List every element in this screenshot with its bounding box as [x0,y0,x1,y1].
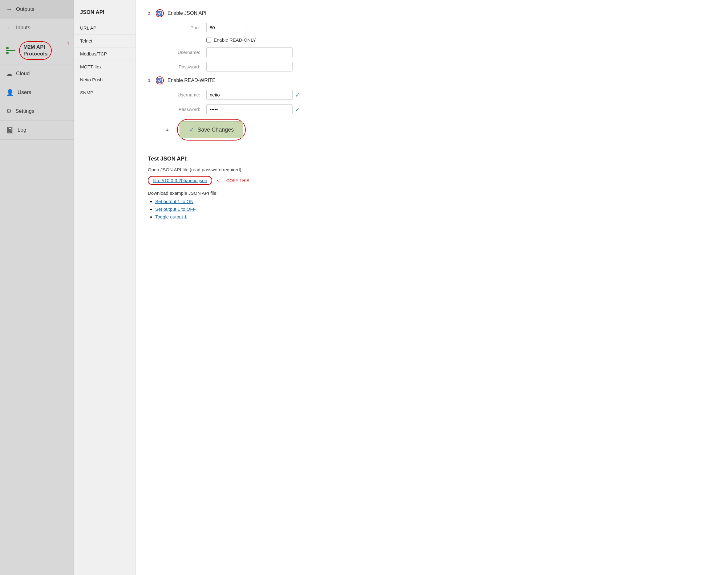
username-rw-row: Username: ✓ [166,90,716,100]
save-btn-row: 4 ✓ Save Changes [166,119,716,140]
sidebar-item-outputs[interactable]: → Outputs [0,0,74,19]
username-ro-label: Username: [166,49,206,55]
sidebar-item-log[interactable]: 📓 Log [0,121,74,140]
middle-panel-title: JSON API [74,6,135,22]
outputs-icon: → [6,5,12,13]
users-icon: 👤 [6,89,14,96]
sidebar-item-users[interactable]: 👤 Users [0,83,74,102]
enable-readwrite-label[interactable]: Enable READ-WRITE [168,78,216,83]
url-api-label: URL API [80,25,98,31]
api-url-circle: http://10.0.3.205/netio.json [148,176,212,185]
port-row: Port: [166,23,716,32]
enable-readonly-label[interactable]: Enable READ-ONLY [214,37,256,42]
settings-icon: ⚙ [6,107,12,115]
api-url-row: http://10.0.3.205/netio.json <—–COPY THI… [148,176,716,185]
copy-hint: <—–COPY THIS [217,178,249,183]
netio-push-label: Netio Push [80,77,103,82]
sidebar-item-users-label: Users [17,89,31,96]
open-file-text: Open JSON API file (read password requir… [148,167,241,172]
sidebar-item-cloud[interactable]: ☁ Cloud [0,64,74,83]
middle-item-mqtt[interactable]: MQTT-flex [74,60,135,73]
test-section-title: Test JSON API: [148,156,716,162]
middle-item-netio-push[interactable]: Netio Push [74,73,135,86]
middle-item-telnet[interactable]: Telnet [74,35,135,47]
middle-item-modbus[interactable]: Modbus/TCP [74,47,135,60]
password-rw-input[interactable] [206,104,293,114]
sidebar-item-settings-label: Settings [15,108,34,114]
password-rw-row: Password: ✓ [166,104,716,114]
sidebar-item-log-label: Log [17,127,26,133]
sidebar-item-m2m-label: M2M APIProtocols [24,44,47,57]
sidebar-item-settings[interactable]: ⚙ Settings [0,102,74,121]
username-rw-label: Username: [166,92,206,97]
enable-readonly-row: Enable READ-ONLY [166,37,716,42]
save-btn-circle: ✓ Save Changes [177,119,246,140]
enable-readonly-checkbox[interactable] [206,38,211,42]
sidebar-item-m2m[interactable]: M2M APIProtocols 1 [0,37,74,64]
save-checkmark-icon: ✓ [189,126,194,133]
download-list: Set output 1 to ON Set output 1 to OFF T… [148,199,716,219]
middle-item-snmp[interactable]: SNMP [74,86,135,99]
log-icon: 📓 [6,126,14,134]
modbus-label: Modbus/TCP [80,51,107,57]
sidebar-item-inputs[interactable]: ← Inputs [0,19,74,37]
save-changes-button[interactable]: ✓ Save Changes [180,122,243,138]
api-url-link[interactable]: http://10.0.3.205/netio.json [153,178,207,183]
password-ro-input[interactable] [206,62,293,71]
step2-number: 2 [148,11,152,16]
username-ro-row: Username: [166,47,716,57]
enable-json-api-checkbox[interactable] [157,11,162,16]
m2m-badge: 1 [67,41,69,46]
middle-item-url-api[interactable]: URL API [74,22,135,35]
open-file-row: Open JSON API file (read password requir… [148,167,716,172]
step3-number: 3 [148,78,152,83]
sidebar: → Outputs ← Inputs M2M APIProtocols 1 ☁ … [0,0,74,575]
inputs-icon: ← [6,24,12,31]
download-title: Download example JSON API file: [148,191,716,196]
password-valid-icon: ✓ [295,106,300,113]
enable-readwrite-circle [156,76,164,84]
password-ro-row: Password: [166,62,716,71]
username-valid-icon: ✓ [295,91,300,99]
set-off-link[interactable]: Set output 1 to OFF [155,206,196,212]
toggle-link[interactable]: Toggle output 1 [155,214,187,219]
password-rw-label: Password: [166,107,206,112]
sidebar-item-outputs-label: Outputs [16,6,35,12]
port-input[interactable] [206,23,246,32]
m2m-label-circle: M2M APIProtocols [19,41,52,60]
sidebar-item-inputs-label: Inputs [16,25,30,31]
password-ro-label: Password: [166,64,206,69]
cloud-icon: ☁ [6,70,12,77]
enable-json-api-circle [156,9,164,17]
main-content: 2 Enable JSON API Port: Enable READ-ONLY… [136,0,728,575]
enable-readwrite-row: 3 Enable READ-WRITE [148,76,716,84]
m2m-protocol-icon [6,47,15,54]
list-item-toggle: Toggle output 1 [155,214,716,219]
sidebar-item-cloud-label: Cloud [16,71,30,77]
list-item-set-off: Set output 1 to OFF [155,206,716,212]
enable-json-api-row: 2 Enable JSON API [148,9,716,17]
username-rw-input[interactable] [206,90,293,100]
set-on-link[interactable]: Set output 1 to ON [155,199,193,204]
username-ro-input[interactable] [206,47,293,57]
section-divider [148,148,716,148]
list-item-set-on: Set output 1 to ON [155,199,716,204]
enable-json-api-label[interactable]: Enable JSON API [168,10,206,16]
mqtt-label: MQTT-flex [80,64,102,69]
snmp-label: SNMP [80,90,93,95]
middle-panel: JSON API URL API Telnet Modbus/TCP MQTT-… [74,0,136,575]
telnet-label: Telnet [80,38,93,43]
enable-readwrite-checkbox[interactable] [157,78,162,83]
save-changes-label: Save Changes [197,127,234,133]
step4-number: 4 [166,128,169,132]
port-label: Port: [166,25,206,30]
